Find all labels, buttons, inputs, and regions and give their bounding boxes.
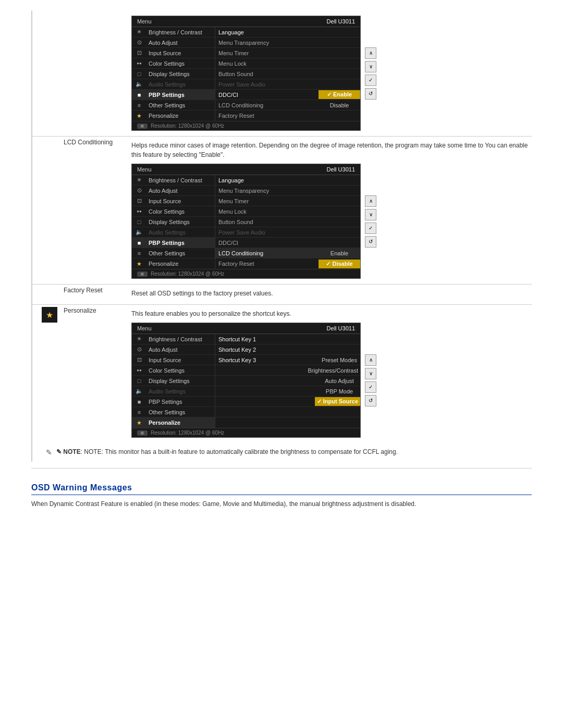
sub-label: Language [215,176,360,184]
nav-check-2[interactable]: ✓ [365,223,376,234]
nav-up-2[interactable]: ∧ [365,195,376,207]
factory-description: Reset all OSD settings to the factory pr… [131,289,529,298]
nav-down-3[interactable]: ∨ [365,368,376,379]
sub-row-auto-adjust: Auto Adjust [215,376,360,386]
osd-menu-list-2: ☀ Brightness / Contrast ⊙ Auto Adjust ⊡ … [132,175,215,269]
nav-up-3[interactable]: ∧ [365,354,376,366]
shortcut3-value: Preset Modes [319,356,360,364]
sub-row-shortcut1: Shortcut Key 1 [215,334,360,344]
osd-menu-row: 🔈 Audio Settings [132,227,215,238]
nav-check-1[interactable]: ✓ [365,75,376,86]
border-left-1 [32,10,39,137]
autoadjust-label: Auto Adjust [146,39,209,47]
osd-menu-row: ■ PBP Settings [132,397,215,407]
personalize-icon-2: ★ [132,260,146,268]
osd-menu-row-active: ■ PBP Settings [132,90,215,100]
border-left-3 [32,285,39,305]
personalize-description: This feature enables you to personalize … [131,309,529,318]
osd-menu-row: □ Display Settings [132,376,215,386]
sub-row-lcd: LCD Conditioning Disable [215,100,360,110]
sub-label-ddc2: DDC/CI [215,239,360,247]
audio-icon: 🔈 [132,80,146,89]
osd-menu-row: ≡ Other Settings [132,407,215,417]
othersettings-label-3: Other Settings [146,408,209,416]
lcd-value-2: Enable [319,249,360,257]
lcd-section-label: LCD Conditioning [64,139,113,146]
sub-row: DDC/CI [215,238,360,248]
osd-submenu-list-2: Language Menu Transparency Menu Timer Me… [215,175,360,269]
displaysettings-label-3: Display Settings [146,377,209,385]
note-body: NOTE: This monitor has a built-in featur… [84,448,398,455]
sub-label: Menu Timer [215,49,360,57]
factory-section-label: Factory Reset [64,287,103,294]
factory-content-cell: Reset all OSD settings to the factory pr… [128,285,532,305]
nav-back-2[interactable]: ↺ [365,236,376,248]
autoadjust-icon-3: ⊙ [132,345,146,354]
sub-row: Menu Lock [215,58,360,69]
osd-menu-row: ☀ Brightness / Contrast [132,27,215,38]
brightness-label-3: Brightness / Contrast [146,335,209,343]
pbp-mode-label [215,390,319,392]
lcd-content-cell: Helps reduce minor cases of image retent… [128,137,532,285]
star-icon-main: ★ [42,307,57,323]
nav-back-1[interactable]: ↺ [365,88,376,100]
othersettings-label: Other Settings [146,101,209,109]
sub-label: Menu Lock [215,207,360,216]
othersettings-icon-2: ≡ [132,249,146,257]
nav-buttons-2[interactable]: ∧ ∨ ✓ ↺ [365,195,376,248]
pbp-mode-value: PBP Mode [319,387,360,396]
sub-row-shortcut3: Shortcut Key 3 Preset Modes [215,355,360,365]
nav-buttons-1[interactable]: ∧ ∨ ✓ ↺ [365,47,376,100]
sub-label: Button Sound [215,218,360,226]
factory-section-row: Factory Reset Reset all OSD settings to … [32,285,532,305]
colorsettings-icon: ●● [132,60,146,67]
nav-back-3[interactable]: ↺ [365,395,376,406]
osd-menu-row: 🔈 Audio Settings [132,79,215,90]
nav-down-1[interactable]: ∨ [365,61,376,72]
note-strong: NOTE [63,448,80,455]
lcd-description: Helps reduce minor cases of image retent… [131,141,529,159]
note-label: NOTE: NOTE: This monitor has a built-in … [63,448,398,455]
sub-row-lcd2: LCD Conditioning Enable [215,248,360,258]
osd-menu-row: ⊡ Input Source [132,48,215,58]
nav-down-2[interactable]: ∨ [365,209,376,220]
brightness-contrast-value: Brightness/Contrast [305,366,360,375]
sub-row: Power Save Audio [215,79,360,90]
sub-label: Power Save Audio [215,228,360,237]
sub-row-input-source: ✓ Input Source [215,397,360,407]
sub-label-lcd: LCD Conditioning [215,101,319,109]
personalize-section-label: Personalize [64,307,96,314]
brightness-label-2: Brightness / Contrast [146,176,209,184]
personalize-icon-3: ★ [132,418,146,427]
pbp-icon-2: ■ [132,239,146,247]
osd-body-3: ☀ Brightness / Contrast ⊙ Auto Adjust ⊡ … [132,334,360,428]
osd-menu-row: □ Display Settings [132,69,215,79]
sub-label: Power Save Audio [215,80,360,89]
sub-label: Menu Lock [215,59,360,68]
sub-label: Menu Timer [215,197,360,205]
sub-row: Menu Lock [215,206,360,217]
first-screen-row: Menu Dell U3011 ☀ Brightness / Contrast [32,10,532,137]
inputsource-label-3: Input Source [146,356,209,364]
sub-row: Menu Transparency [215,38,360,48]
sub-row-brightness-contrast: Brightness/Contrast [215,365,360,376]
nav-buttons-3[interactable]: ∧ ∨ ✓ ↺ [365,354,376,406]
shortcut3-label: Shortcut Key 3 [215,356,319,364]
personalize-label: Personalize [146,112,209,120]
sub-row: Language [215,27,360,38]
personalize-icon: ★ [132,112,146,120]
shortcut1-label: Shortcut Key 1 [215,335,360,343]
displaysettings-label: Display Settings [146,70,209,78]
osd-menu-row: ●● Color Settings [132,365,215,376]
nav-check-3[interactable]: ✓ [365,381,376,393]
screen-with-nav-3: Menu Dell U3011 ☀ Brightness / Contrast [131,323,529,438]
colorsettings-label-3: Color Settings [146,366,209,375]
border-left-4 [32,305,39,443]
sub-label: Button Sound [215,70,360,78]
autoadjust-label-3: Auto Adjust [146,346,209,354]
sub-row-ddc: DDC/CI ✓ Enable [215,90,360,100]
osd-menu-row: ⊡ Input Source [132,355,215,365]
input-source-value: ✓ Input Source [315,397,360,406]
osd-brand-1: Dell U3011 [327,18,355,24]
nav-up-1[interactable]: ∧ [365,47,376,59]
